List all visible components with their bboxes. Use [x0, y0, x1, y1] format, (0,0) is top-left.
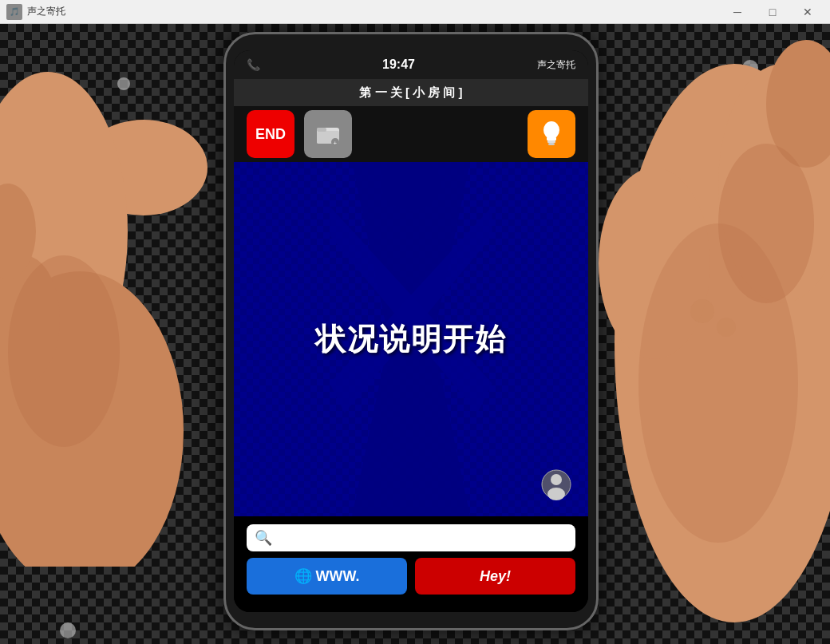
svg-rect-21	[547, 140, 555, 143]
left-hand-illustration	[0, 72, 215, 567]
right-hand-illustration	[575, 24, 830, 644]
status-left: 📞	[247, 58, 260, 71]
bottom-bar: 🔍 🌐 WWW. Hey!	[234, 516, 588, 612]
level-bar: 第 一 关 [ 小 房 间 ]	[234, 79, 588, 106]
svg-point-19	[543, 121, 559, 139]
folder-open-icon: +	[315, 121, 341, 147]
hey-button[interactable]: Hey!	[415, 558, 575, 595]
title-bar: 🎵 声之寄托 ─ □ ✕	[0, 0, 830, 24]
search-container: 🔍	[247, 524, 575, 551]
avatar-icon	[540, 468, 572, 500]
lightbulb-icon	[540, 120, 563, 148]
content-area: 状况说明开始	[234, 162, 588, 516]
svg-text:+: +	[334, 140, 338, 147]
svg-point-28	[551, 474, 562, 485]
status-time: 19:47	[382, 57, 415, 72]
game-area: 📞 19:47 声之寄托 第 一 关 [ 小 房 间 ] END	[0, 24, 830, 644]
search-icon: 🔍	[255, 529, 272, 547]
status-app-name: 声之寄托	[537, 58, 575, 72]
level-text: 第 一 关 [ 小 房 间 ]	[359, 85, 462, 101]
title-text: 声之寄托	[27, 5, 65, 18]
app-icon: 🎵	[6, 4, 22, 20]
main-text: 状况说明开始	[234, 319, 588, 360]
title-left: 🎵 声之寄托	[6, 4, 65, 20]
search-input[interactable]	[279, 531, 567, 545]
window-controls: ─ □ ✕	[721, 4, 824, 20]
svg-point-12	[690, 299, 714, 323]
status-bar: 📞 19:47 声之寄托	[234, 50, 588, 79]
close-button[interactable]: ✕	[792, 4, 824, 20]
hint-button[interactable]	[528, 110, 575, 158]
minimize-button[interactable]: ─	[721, 4, 753, 20]
folder-button[interactable]: +	[304, 110, 352, 158]
call-icon: 📞	[247, 58, 260, 71]
end-button[interactable]: END	[247, 110, 294, 158]
action-buttons: 🌐 WWW. Hey!	[247, 558, 575, 595]
phone-screen: 📞 19:47 声之寄托 第 一 关 [ 小 房 间 ] END	[234, 50, 588, 612]
phone-frame: 📞 19:47 声之寄托 第 一 关 [ 小 房 间 ] END	[223, 32, 599, 630]
svg-rect-16	[317, 128, 326, 132]
maximize-button[interactable]: □	[757, 4, 788, 20]
svg-point-5	[8, 255, 120, 447]
decorative-dot	[60, 622, 76, 638]
svg-point-29	[547, 488, 565, 500]
svg-rect-20	[547, 137, 556, 140]
svg-point-13	[717, 318, 736, 337]
svg-point-11	[718, 144, 814, 303]
toolbar: END +	[234, 106, 588, 162]
www-button[interactable]: 🌐 WWW.	[247, 558, 407, 595]
svg-rect-22	[548, 143, 555, 145]
